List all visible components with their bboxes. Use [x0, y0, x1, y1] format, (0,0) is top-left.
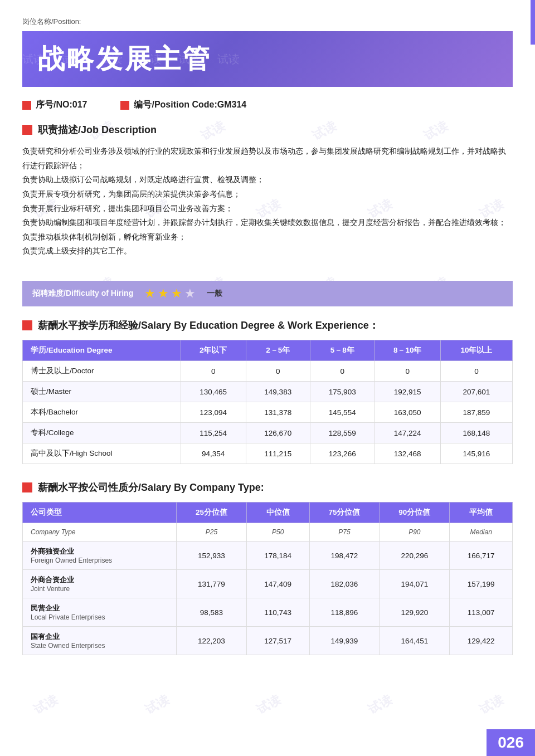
table-cell: 145,916 — [440, 443, 512, 464]
table-cell: 132,468 — [374, 443, 440, 464]
red-square-company — [22, 482, 32, 492]
table-subheader-row: Company TypeP25P50P75P90Median — [23, 523, 513, 542]
page-title: 战略发展主管 — [38, 41, 497, 77]
table-subheader-cell: Median — [450, 523, 513, 542]
salary-edu-section: 薪酬水平按学历和经验/Salary By Education Degree & … — [22, 319, 513, 464]
table-subheader-cell: P25 — [177, 523, 247, 542]
table-cell: 高中及以下/High School — [23, 443, 181, 464]
job-desc-line: 负责推动板块体制机制创新，孵化培育新业务； — [22, 230, 513, 245]
company-name-cell: 民营企业Local Private Enterprises — [23, 598, 177, 627]
edu-table-header: 8－10年 — [374, 340, 440, 361]
difficulty-bar: 招聘难度/Difficulty of Hiring ★ ★ ★ ★ 一般 — [22, 281, 513, 306]
title-banner: 试读 试读 试读 试读 试读 试读 战略发展主管 — [22, 31, 513, 87]
table-cell: 111,215 — [246, 443, 310, 464]
star-2: ★ — [158, 286, 169, 301]
company-table-header: 中位值 — [246, 503, 309, 523]
table-cell: 182,036 — [309, 570, 380, 598]
table-row: 本科/Bachelor123,094131,378145,554163,0501… — [23, 402, 513, 423]
table-cell: 115,254 — [181, 423, 246, 443]
edu-table-header: 10年以上 — [440, 340, 512, 361]
company-name-cell: 国有企业State Owned Enterprises — [23, 627, 177, 655]
info-row: 序号/NO:017 编号/Position Code:GM314 — [22, 99, 513, 111]
star-1: ★ — [144, 286, 155, 301]
red-square-no — [22, 101, 31, 110]
table-cell: 220,296 — [380, 542, 450, 570]
difficulty-label: 招聘难度/Difficulty of Hiring — [32, 289, 133, 299]
table-cell: 113,007 — [450, 598, 513, 627]
table-cell: 149,939 — [309, 627, 380, 655]
job-desc-line: 负责协助编制集团和项目年度经营计划，并跟踪督办计划执行，定期收集关键绩效数据信息… — [22, 216, 513, 230]
edu-table-header: 学历/Education Degree — [23, 340, 181, 361]
table-cell: 硕士/Master — [23, 382, 181, 402]
salary-company-section: 薪酬水平按公司性质分/Salary By Company Type: 公司类型2… — [22, 481, 513, 655]
table-cell: 博士及以上/Doctor — [23, 361, 181, 382]
table-cell: 0 — [246, 361, 310, 382]
table-cell: 129,422 — [450, 627, 513, 655]
table-cell: 198,472 — [309, 542, 380, 570]
job-desc-line: 负责协助上级拟订公司战略规划，对既定战略进行宣贯、检视及调整； — [22, 173, 513, 187]
star-3: ★ — [171, 286, 182, 301]
table-cell: 122,203 — [177, 627, 247, 655]
table-cell: 131,779 — [177, 570, 247, 598]
table-cell: 98,583 — [177, 598, 247, 627]
table-cell: 123,266 — [310, 443, 375, 464]
table-cell: 126,670 — [246, 423, 310, 443]
table-row: 民营企业Local Private Enterprises98,583110,7… — [23, 598, 513, 627]
position-label: 岗位名称/Position: — [22, 17, 513, 27]
table-cell: 131,378 — [246, 402, 310, 423]
table-cell: 128,559 — [310, 423, 375, 443]
table-cell: 175,903 — [310, 382, 375, 402]
table-cell: 118,896 — [309, 598, 380, 627]
table-subheader-cell: P90 — [380, 523, 450, 542]
red-square-code — [120, 101, 129, 110]
edu-salary-table: 学历/Education Degree2年以下2－5年5－8年8－10年10年以… — [22, 340, 513, 464]
table-cell: 152,933 — [177, 542, 247, 570]
job-desc-header: 职责描述/Job Description — [22, 123, 513, 136]
table-cell: 127,517 — [246, 627, 309, 655]
table-row: 外商合资企业Joint Venture131,779147,409182,036… — [23, 570, 513, 598]
table-cell: 163,050 — [374, 402, 440, 423]
table-cell: 149,383 — [246, 382, 310, 402]
table-subheader-cell: Company Type — [23, 523, 177, 542]
table-cell: 本科/Bachelor — [23, 402, 181, 423]
table-cell: 129,920 — [380, 598, 450, 627]
salary-company-header: 薪酬水平按公司性质分/Salary By Company Type: — [22, 481, 513, 494]
company-name-cell: 外商合资企业Joint Venture — [23, 570, 177, 598]
job-desc-line: 负责完成上级安排的其它工作。 — [22, 244, 513, 258]
table-cell: 0 — [310, 361, 375, 382]
table-cell: 123,094 — [181, 402, 246, 423]
table-cell: 147,409 — [246, 570, 309, 598]
company-table-header: 75分位值 — [309, 503, 380, 523]
edu-table-header: 2－5年 — [246, 340, 310, 361]
table-cell: 192,915 — [374, 382, 440, 402]
difficulty-text: 一般 — [207, 289, 222, 299]
table-cell: 147,224 — [374, 423, 440, 443]
job-desc-line: 负责研究和分析公司业务涉及领域的行业的宏观政策和行业发展趋势以及市场动态，参与集… — [22, 144, 513, 173]
salary-edu-header: 薪酬水平按学历和经验/Salary By Education Degree & … — [22, 319, 513, 332]
company-salary-table: 公司类型25分位值中位值75分位值90分位值平均值Company TypeP25… — [22, 502, 513, 655]
position-code: 编号/Position Code:GM314 — [120, 99, 246, 111]
table-cell: 164,451 — [380, 627, 450, 655]
table-cell: 130,465 — [181, 382, 246, 402]
red-square-edu — [22, 320, 32, 330]
company-table-header: 90分位值 — [380, 503, 450, 523]
table-row: 专科/College115,254126,670128,559147,22416… — [23, 423, 513, 443]
table-cell: 157,199 — [450, 570, 513, 598]
table-cell: 178,184 — [246, 542, 309, 570]
job-description: 负责研究和分析公司业务涉及领域的行业的宏观政策和行业发展趋势以及市场动态，参与集… — [22, 144, 513, 258]
red-square-jd — [22, 125, 32, 135]
table-cell: 专科/College — [23, 423, 181, 443]
table-subheader-cell: P75 — [309, 523, 380, 542]
star-4: ★ — [184, 286, 196, 301]
table-cell: 166,717 — [450, 542, 513, 570]
company-name-cell: 外商独资企业Foreign Owned Enterprises — [23, 542, 177, 570]
company-table-header: 公司类型 — [23, 503, 177, 523]
table-cell: 187,859 — [440, 402, 512, 423]
edu-table-header: 2年以下 — [181, 340, 246, 361]
table-row: 高中及以下/High School94,354111,215123,266132… — [23, 443, 513, 464]
table-cell: 145,554 — [310, 402, 375, 423]
table-row: 博士及以上/Doctor00000 — [23, 361, 513, 382]
table-subheader-cell: P50 — [246, 523, 309, 542]
table-cell: 0 — [181, 361, 246, 382]
page-number: 026 — [487, 729, 535, 756]
